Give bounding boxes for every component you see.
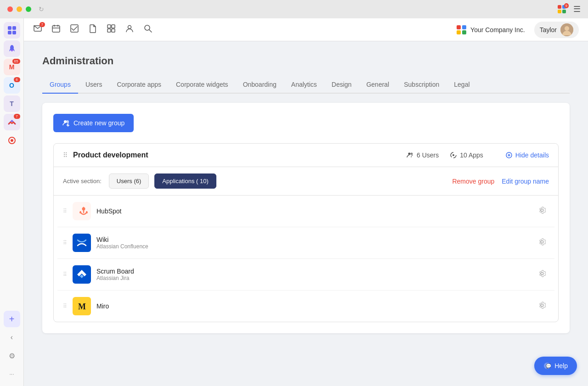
tab-legal[interactable]: Legal bbox=[447, 76, 477, 94]
tab-users[interactable]: Users bbox=[78, 76, 110, 94]
sidebar-item-extra[interactable] bbox=[4, 132, 20, 149]
svg-point-23 bbox=[565, 26, 569, 31]
user-name: Taylor bbox=[540, 26, 557, 34]
app-drag-handle[interactable]: ⠿ bbox=[63, 303, 67, 309]
group-name: Product development bbox=[73, 151, 407, 159]
svg-text:💬: 💬 bbox=[546, 363, 551, 369]
svg-point-29 bbox=[411, 153, 413, 155]
svg-rect-15 bbox=[107, 25, 111, 28]
sidebar-more-btn[interactable]: ··· bbox=[4, 366, 20, 382]
main-app-icon bbox=[7, 25, 17, 35]
create-group-button[interactable]: Create new group bbox=[53, 114, 134, 132]
applications-section-btn[interactable]: Applications ( 10) bbox=[154, 173, 216, 189]
section-actions: Remove group Edit group name bbox=[452, 178, 549, 185]
active-section-bar: Active section: Users (6) Applications (… bbox=[54, 167, 558, 196]
app-row-wiki: ⠿ Wiki Atlassian Confluence bbox=[57, 227, 554, 259]
traffic-green[interactable] bbox=[26, 6, 31, 12]
users-stat: 6 Users bbox=[407, 151, 439, 159]
svg-rect-17 bbox=[107, 29, 111, 32]
group-product-development: ⠿ Product development 6 Users bbox=[53, 143, 559, 322]
scrum-board-settings-icon[interactable] bbox=[535, 267, 549, 282]
topbar: 7 Your Company Inc. Taylor bbox=[24, 18, 588, 41]
sidebar-item-outlook[interactable]: O 6 bbox=[4, 77, 20, 94]
sidebar-item-gmail[interactable]: M 65 bbox=[4, 59, 20, 75]
svg-line-21 bbox=[149, 30, 152, 32]
confluence-logo bbox=[75, 236, 88, 249]
svg-rect-2 bbox=[8, 31, 11, 34]
hide-details-button[interactable]: Hide details bbox=[505, 151, 549, 159]
tab-general[interactable]: General bbox=[359, 76, 396, 94]
jira-logo bbox=[75, 268, 88, 281]
titlebar-menu-icon[interactable]: ☰ bbox=[573, 4, 581, 14]
tab-corporate-apps[interactable]: Corporate apps bbox=[109, 76, 169, 94]
tab-corporate-widgets[interactable]: Corporate widgets bbox=[169, 76, 236, 94]
wiki-settings-icon[interactable] bbox=[535, 235, 549, 251]
help-icon: 💬 bbox=[543, 362, 551, 369]
app-drag-handle[interactable]: ⠿ bbox=[63, 271, 67, 278]
sidebar-item-clickup[interactable]: 7 bbox=[4, 114, 20, 130]
doc-icon[interactable] bbox=[88, 24, 97, 35]
active-section-label: Active section: bbox=[63, 178, 102, 185]
svg-rect-10 bbox=[52, 26, 60, 32]
svg-point-28 bbox=[408, 153, 411, 155]
svg-point-30 bbox=[452, 154, 454, 156]
tab-subscription[interactable]: Subscription bbox=[396, 76, 447, 94]
grid-icon[interactable] bbox=[107, 24, 116, 35]
scrum-board-info: Scrum Board Atlassian Jira bbox=[96, 268, 530, 281]
tab-groups[interactable]: Groups bbox=[42, 76, 78, 94]
app-grid-icon[interactable]: 9 bbox=[558, 5, 566, 13]
group-drag-handle[interactable]: ⠿ bbox=[63, 151, 68, 159]
app-row-hubspot: ⠿ bbox=[57, 196, 554, 227]
person-icon[interactable] bbox=[125, 24, 134, 35]
groups-content-panel: Create new group ⠿ Product development 6… bbox=[42, 103, 570, 333]
hubspot-name: HubSpot bbox=[96, 207, 530, 215]
company-logo bbox=[457, 25, 467, 34]
wiki-name: Wiki bbox=[96, 236, 530, 243]
titlebar: ↻ 9 ☰ bbox=[0, 0, 588, 18]
tab-analytics[interactable]: Analytics bbox=[284, 76, 324, 94]
sidebar-bottom: + ‹ ⚙ ··· bbox=[4, 311, 20, 386]
main-content: Administration Groups Users Corporate ap… bbox=[24, 41, 588, 386]
svg-rect-1 bbox=[12, 26, 16, 30]
sidebar-settings-btn[interactable]: ⚙ bbox=[4, 347, 20, 364]
sidebar-item-main[interactable] bbox=[4, 22, 20, 39]
traffic-red[interactable] bbox=[7, 6, 13, 12]
tabs-container: Groups Users Corporate apps Corporate wi… bbox=[42, 76, 570, 94]
rocket-icon bbox=[7, 44, 17, 53]
sidebar-item-teams[interactable]: T bbox=[4, 95, 20, 112]
sidebar-item-rocket[interactable] bbox=[4, 40, 20, 57]
miro-info: Miro bbox=[96, 302, 530, 310]
wiki-info: Wiki Atlassian Confluence bbox=[96, 236, 530, 250]
hubspot-settings-icon[interactable] bbox=[535, 203, 549, 219]
left-sidebar: M 65 O 6 T 7 + ‹ ⚙ ··· bbox=[0, 18, 24, 386]
svg-point-25 bbox=[66, 120, 69, 123]
hubspot-app-icon bbox=[73, 202, 91, 220]
calendar-icon[interactable] bbox=[51, 24, 61, 35]
app-drag-handle[interactable]: ⠿ bbox=[63, 208, 67, 214]
tasks-icon[interactable] bbox=[70, 24, 79, 35]
inbox-icon[interactable]: 7 bbox=[33, 24, 42, 35]
sidebar-back-btn[interactable]: ‹ bbox=[4, 329, 20, 346]
remove-group-link[interactable]: Remove group bbox=[452, 178, 494, 185]
extra-icon bbox=[7, 136, 17, 145]
user-avatar bbox=[560, 23, 573, 36]
edit-group-name-link[interactable]: Edit group name bbox=[502, 178, 549, 185]
hubspot-info: HubSpot bbox=[96, 207, 530, 215]
traffic-yellow[interactable] bbox=[17, 6, 22, 12]
company-name: Your Company Inc. bbox=[470, 26, 525, 34]
scrum-board-sub: Atlassian Jira bbox=[96, 275, 530, 281]
sidebar-add-btn[interactable]: + bbox=[4, 311, 20, 327]
users-section-btn[interactable]: Users (6) bbox=[109, 173, 149, 189]
app-drag-handle[interactable]: ⠿ bbox=[63, 240, 67, 246]
svg-point-5 bbox=[11, 50, 13, 51]
grid-badge: 9 bbox=[564, 3, 569, 8]
tab-design[interactable]: Design bbox=[324, 76, 359, 94]
miro-app-icon: M bbox=[73, 297, 91, 315]
miro-settings-icon[interactable] bbox=[535, 298, 549, 314]
hide-details-icon bbox=[505, 151, 513, 159]
tab-onboarding[interactable]: Onboarding bbox=[236, 76, 284, 94]
search-icon[interactable] bbox=[143, 24, 153, 35]
outlook-badge: 6 bbox=[14, 77, 20, 82]
user-info[interactable]: Taylor bbox=[534, 22, 579, 38]
help-button[interactable]: 💬 Help bbox=[534, 357, 577, 375]
